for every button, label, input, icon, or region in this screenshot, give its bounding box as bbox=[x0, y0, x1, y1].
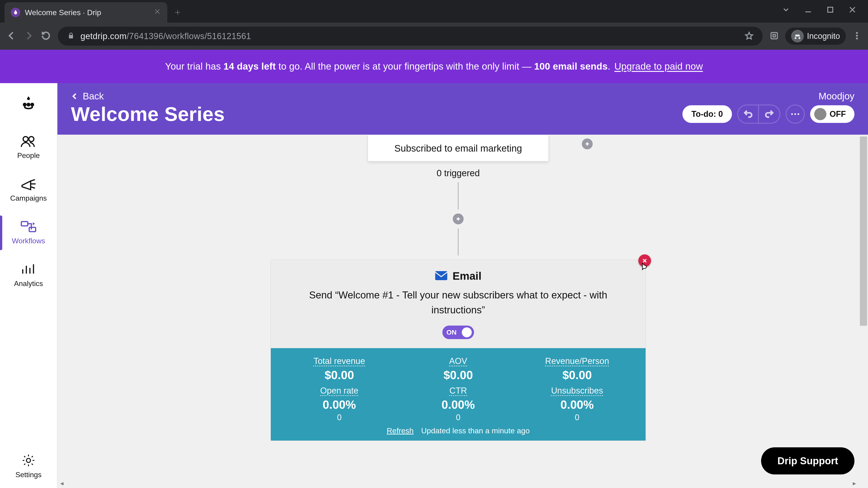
more-menu-button[interactable] bbox=[786, 105, 805, 124]
email-icon bbox=[435, 271, 447, 281]
svg-point-4 bbox=[856, 35, 858, 37]
omnibox[interactable]: getdrip.com/7641396/workflows/516121561 bbox=[58, 27, 763, 46]
nav-people[interactable]: People bbox=[0, 126, 57, 169]
incognito-label: Incognito bbox=[807, 31, 840, 41]
stat-total-revenue: Total revenue $0.00 bbox=[292, 356, 387, 382]
triggered-count: 0 triggered bbox=[271, 168, 646, 178]
back-button[interactable]: Back bbox=[71, 91, 104, 102]
window-controls bbox=[782, 5, 868, 20]
stat-revenue-per-person: Revenue/Person $0.00 bbox=[530, 356, 625, 382]
incognito-icon bbox=[791, 30, 804, 42]
nav-analytics[interactable]: Analytics bbox=[0, 254, 57, 297]
trigger-description: Subscribed to email marketing bbox=[368, 135, 548, 155]
chrome-menu-icon[interactable] bbox=[852, 31, 862, 41]
nav-label: Workflows bbox=[12, 237, 45, 245]
todo-button[interactable]: To-do: 0 bbox=[682, 105, 732, 123]
incognito-indicator[interactable]: Incognito bbox=[785, 28, 846, 45]
extensions-icon[interactable] bbox=[770, 31, 779, 41]
svg-rect-11 bbox=[21, 222, 28, 226]
toggle-on-label: ON bbox=[446, 328, 457, 336]
cursor-pointer-icon bbox=[639, 262, 649, 271]
svg-rect-0 bbox=[828, 7, 833, 12]
svg-point-16 bbox=[798, 113, 799, 115]
vertical-scrollbar[interactable] bbox=[859, 135, 868, 479]
toggle-knob-icon bbox=[462, 327, 472, 337]
lock-icon bbox=[67, 32, 75, 41]
nav-settings[interactable]: Settings bbox=[0, 445, 57, 488]
toggle-label: OFF bbox=[830, 109, 846, 119]
svg-rect-1 bbox=[771, 33, 777, 39]
trial-banner: Your trial has 14 days left to go. All t… bbox=[0, 50, 868, 83]
add-step-button[interactable] bbox=[453, 214, 464, 224]
tab-close-icon[interactable] bbox=[154, 8, 161, 17]
svg-point-5 bbox=[856, 38, 858, 39]
drip-logo-icon[interactable] bbox=[18, 92, 39, 112]
email-stats-panel: Total revenue $0.00 AOV $0.00 Revenue/Pe… bbox=[271, 348, 646, 441]
undo-redo-group bbox=[737, 105, 780, 124]
undo-button[interactable] bbox=[738, 105, 759, 123]
browser-right-controls: Incognito bbox=[770, 28, 862, 45]
nav-label: Analytics bbox=[14, 280, 43, 288]
back-label: Back bbox=[83, 91, 104, 102]
svg-point-3 bbox=[856, 32, 858, 34]
add-trigger-button[interactable] bbox=[582, 138, 593, 149]
workflow-active-toggle[interactable]: OFF bbox=[810, 105, 855, 123]
svg-rect-2 bbox=[773, 35, 776, 37]
omnibox-url: getdrip.com/7641396/workflows/516121561 bbox=[81, 31, 251, 41]
email-enabled-toggle[interactable]: ON bbox=[442, 326, 474, 339]
connector-line bbox=[458, 228, 459, 256]
browser-tab-strip: Welcome Series · Drip bbox=[0, 0, 868, 23]
tab-title: Welcome Series · Drip bbox=[25, 8, 101, 17]
connector-line bbox=[458, 182, 459, 209]
svg-point-8 bbox=[30, 103, 34, 107]
scroll-left-icon[interactable]: ◄ bbox=[57, 480, 66, 487]
svg-point-14 bbox=[792, 113, 793, 115]
account-name[interactable]: Moodjoy bbox=[818, 91, 855, 102]
svg-point-7 bbox=[27, 103, 31, 107]
stat-unsubscribes: Unsubscribes 0.00% 0 bbox=[530, 386, 625, 422]
workflow-header: Back Moodjoy Welcome Series To-do: 0 bbox=[57, 83, 868, 135]
redo-button[interactable] bbox=[759, 105, 780, 123]
window-close-icon[interactable] bbox=[848, 5, 857, 15]
svg-point-9 bbox=[23, 136, 28, 141]
upgrade-link[interactable]: Upgrade to paid now bbox=[614, 61, 703, 72]
svg-point-6 bbox=[23, 103, 27, 107]
svg-point-13 bbox=[26, 458, 31, 462]
drip-favicon-icon bbox=[11, 8, 20, 17]
workflow-canvas[interactable]: Subscribed to email marketing 0 triggere… bbox=[57, 135, 868, 488]
stat-aov: AOV $0.00 bbox=[411, 356, 506, 382]
email-send-description: Send “Welcome #1 - Tell your new subscri… bbox=[284, 288, 632, 318]
new-tab-button[interactable] bbox=[171, 6, 184, 19]
nav-reload-icon[interactable] bbox=[41, 31, 51, 42]
svg-point-15 bbox=[795, 113, 796, 115]
horizontal-scrollbar[interactable]: ◄ ► bbox=[57, 479, 859, 488]
bookmark-star-icon[interactable] bbox=[745, 31, 754, 41]
nav-forward-icon[interactable] bbox=[24, 31, 34, 42]
page-title: Welcome Series bbox=[71, 103, 225, 126]
browser-address-bar: getdrip.com/7641396/workflows/516121561 … bbox=[0, 23, 868, 50]
email-node[interactable]: Email Send “Welcome #1 - Tell your new s… bbox=[271, 260, 646, 441]
nav-back-icon[interactable] bbox=[6, 31, 17, 42]
svg-rect-12 bbox=[29, 227, 35, 232]
stats-updated-label: Updated less than a minute ago bbox=[421, 426, 530, 435]
stats-refresh-link[interactable]: Refresh bbox=[387, 426, 414, 435]
tab-search-chevron-icon[interactable] bbox=[782, 5, 790, 15]
svg-rect-17 bbox=[435, 271, 447, 280]
browser-tab-active[interactable]: Welcome Series · Drip bbox=[4, 2, 167, 23]
stat-ctr: CTR 0.00% 0 bbox=[411, 386, 506, 422]
nav-campaigns[interactable]: Campaigns bbox=[0, 169, 57, 212]
window-minimize-icon[interactable] bbox=[804, 5, 812, 15]
scrollbar-thumb[interactable] bbox=[860, 136, 867, 326]
svg-point-10 bbox=[29, 136, 34, 141]
email-node-label: Email bbox=[453, 270, 482, 282]
trigger-node[interactable]: Subscribed to email marketing bbox=[368, 135, 549, 161]
nav-label: People bbox=[17, 151, 40, 160]
nav-label: Settings bbox=[16, 470, 41, 479]
stat-open-rate: Open rate 0.00% 0 bbox=[292, 386, 387, 422]
scroll-right-icon[interactable]: ► bbox=[850, 480, 859, 487]
drip-support-button[interactable]: Drip Support bbox=[761, 447, 855, 475]
toggle-knob-icon bbox=[814, 108, 827, 120]
nav-workflows[interactable]: Workflows bbox=[0, 212, 57, 254]
nav-label: Campaigns bbox=[10, 194, 47, 202]
window-maximize-icon[interactable] bbox=[826, 5, 835, 15]
